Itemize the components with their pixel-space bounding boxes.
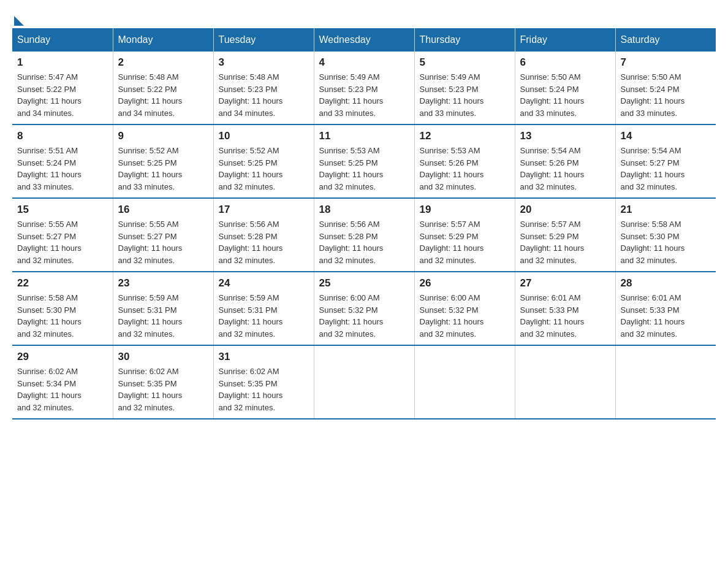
day-info: Sunrise: 5:47 AM Sunset: 5:22 PM Dayligh… — [17, 71, 108, 119]
calendar-cell: 23 Sunrise: 5:59 AM Sunset: 5:31 PM Dayl… — [113, 272, 213, 345]
calendar-cell: 30 Sunrise: 6:02 AM Sunset: 5:35 PM Dayl… — [113, 345, 213, 419]
calendar-cell: 31 Sunrise: 6:02 AM Sunset: 5:35 PM Dayl… — [213, 345, 314, 419]
calendar-cell: 12 Sunrise: 5:53 AM Sunset: 5:26 PM Dayl… — [414, 124, 515, 198]
day-number: 12 — [420, 130, 510, 142]
day-number: 31 — [219, 351, 309, 363]
day-number: 8 — [17, 130, 108, 142]
day-number: 19 — [420, 204, 510, 216]
calendar-cell: 4 Sunrise: 5:49 AM Sunset: 5:23 PM Dayli… — [314, 52, 414, 124]
day-info: Sunrise: 5:56 AM Sunset: 5:28 PM Dayligh… — [319, 218, 409, 266]
day-header-tuesday: Tuesday — [213, 28, 314, 52]
calendar-cell: 27 Sunrise: 6:01 AM Sunset: 5:33 PM Dayl… — [515, 272, 615, 345]
day-info: Sunrise: 5:50 AM Sunset: 5:24 PM Dayligh… — [621, 71, 711, 119]
day-number: 11 — [319, 130, 409, 142]
day-number: 10 — [219, 130, 309, 142]
day-number: 22 — [17, 277, 108, 289]
day-headers-row: SundayMondayTuesdayWednesdayThursdayFrid… — [12, 28, 716, 52]
day-info: Sunrise: 6:00 AM Sunset: 5:32 PM Dayligh… — [420, 292, 510, 340]
day-number: 30 — [118, 351, 208, 363]
calendar-cell: 17 Sunrise: 5:56 AM Sunset: 5:28 PM Dayl… — [213, 198, 314, 272]
day-number: 17 — [219, 204, 309, 216]
calendar-cell — [515, 345, 615, 419]
day-number: 23 — [118, 277, 208, 289]
calendar-cell: 1 Sunrise: 5:47 AM Sunset: 5:22 PM Dayli… — [12, 52, 113, 124]
day-info: Sunrise: 5:59 AM Sunset: 5:31 PM Dayligh… — [219, 292, 309, 340]
day-info: Sunrise: 5:57 AM Sunset: 5:29 PM Dayligh… — [520, 218, 610, 266]
day-number: 5 — [420, 56, 510, 69]
day-info: Sunrise: 5:56 AM Sunset: 5:28 PM Dayligh… — [219, 218, 309, 266]
calendar-cell: 14 Sunrise: 5:54 AM Sunset: 5:27 PM Dayl… — [615, 124, 716, 198]
day-info: Sunrise: 5:55 AM Sunset: 5:27 PM Dayligh… — [17, 218, 108, 266]
day-info: Sunrise: 5:52 AM Sunset: 5:25 PM Dayligh… — [118, 145, 208, 193]
calendar-cell: 20 Sunrise: 5:57 AM Sunset: 5:29 PM Dayl… — [515, 198, 615, 272]
day-number: 29 — [17, 351, 108, 363]
calendar-cell: 16 Sunrise: 5:55 AM Sunset: 5:27 PM Dayl… — [113, 198, 213, 272]
day-number: 7 — [621, 56, 711, 69]
day-info: Sunrise: 5:57 AM Sunset: 5:29 PM Dayligh… — [420, 218, 510, 266]
day-number: 4 — [319, 56, 409, 69]
day-number: 24 — [219, 277, 309, 289]
calendar-cell — [615, 345, 716, 419]
day-info: Sunrise: 5:49 AM Sunset: 5:23 PM Dayligh… — [420, 71, 510, 119]
calendar-cell: 24 Sunrise: 5:59 AM Sunset: 5:31 PM Dayl… — [213, 272, 314, 345]
day-info: Sunrise: 5:52 AM Sunset: 5:25 PM Dayligh… — [219, 145, 309, 193]
day-number: 21 — [621, 204, 711, 216]
day-info: Sunrise: 6:02 AM Sunset: 5:34 PM Dayligh… — [17, 366, 108, 413]
day-number: 15 — [17, 204, 108, 216]
day-number: 25 — [319, 277, 409, 289]
day-info: Sunrise: 5:59 AM Sunset: 5:31 PM Dayligh… — [118, 292, 208, 340]
day-info: Sunrise: 6:01 AM Sunset: 5:33 PM Dayligh… — [621, 292, 711, 340]
day-number: 1 — [17, 56, 108, 69]
day-number: 6 — [520, 56, 610, 69]
calendar-cell: 22 Sunrise: 5:58 AM Sunset: 5:30 PM Dayl… — [12, 272, 113, 345]
day-number: 26 — [420, 277, 510, 289]
calendar-body: 1 Sunrise: 5:47 AM Sunset: 5:22 PM Dayli… — [12, 52, 716, 419]
calendar-cell: 21 Sunrise: 5:58 AM Sunset: 5:30 PM Dayl… — [615, 198, 716, 272]
day-number: 28 — [621, 277, 711, 289]
calendar-cell: 28 Sunrise: 6:01 AM Sunset: 5:33 PM Dayl… — [615, 272, 716, 345]
calendar-cell: 26 Sunrise: 6:00 AM Sunset: 5:32 PM Dayl… — [414, 272, 515, 345]
day-info: Sunrise: 5:51 AM Sunset: 5:24 PM Dayligh… — [17, 145, 108, 193]
week-row-1: 1 Sunrise: 5:47 AM Sunset: 5:22 PM Dayli… — [12, 52, 716, 124]
day-number: 18 — [319, 204, 409, 216]
logo — [12, 12, 24, 22]
calendar-cell: 10 Sunrise: 5:52 AM Sunset: 5:25 PM Dayl… — [213, 124, 314, 198]
calendar-cell: 3 Sunrise: 5:48 AM Sunset: 5:23 PM Dayli… — [213, 52, 314, 124]
calendar-table: SundayMondayTuesdayWednesdayThursdayFrid… — [12, 28, 716, 419]
calendar-cell: 29 Sunrise: 6:02 AM Sunset: 5:34 PM Dayl… — [12, 345, 113, 419]
day-info: Sunrise: 5:58 AM Sunset: 5:30 PM Dayligh… — [621, 218, 711, 266]
day-header-monday: Monday — [113, 28, 213, 52]
day-number: 13 — [520, 130, 610, 142]
calendar-header: SundayMondayTuesdayWednesdayThursdayFrid… — [12, 28, 716, 52]
day-info: Sunrise: 6:02 AM Sunset: 5:35 PM Dayligh… — [118, 366, 208, 413]
day-info: Sunrise: 5:53 AM Sunset: 5:25 PM Dayligh… — [319, 145, 409, 193]
day-header-friday: Friday — [515, 28, 615, 52]
calendar-cell: 18 Sunrise: 5:56 AM Sunset: 5:28 PM Dayl… — [314, 198, 414, 272]
calendar-cell: 2 Sunrise: 5:48 AM Sunset: 5:22 PM Dayli… — [113, 52, 213, 124]
day-header-sunday: Sunday — [12, 28, 113, 52]
day-number: 3 — [219, 56, 309, 69]
day-number: 9 — [118, 130, 208, 142]
week-row-4: 22 Sunrise: 5:58 AM Sunset: 5:30 PM Dayl… — [12, 272, 716, 345]
day-info: Sunrise: 6:01 AM Sunset: 5:33 PM Dayligh… — [520, 292, 610, 340]
calendar-cell: 25 Sunrise: 6:00 AM Sunset: 5:32 PM Dayl… — [314, 272, 414, 345]
page-header — [12, 12, 716, 22]
day-number: 16 — [118, 204, 208, 216]
day-info: Sunrise: 5:55 AM Sunset: 5:27 PM Dayligh… — [118, 218, 208, 266]
day-info: Sunrise: 5:50 AM Sunset: 5:24 PM Dayligh… — [520, 71, 610, 119]
day-header-thursday: Thursday — [414, 28, 515, 52]
calendar-cell: 6 Sunrise: 5:50 AM Sunset: 5:24 PM Dayli… — [515, 52, 615, 124]
day-info: Sunrise: 5:53 AM Sunset: 5:26 PM Dayligh… — [420, 145, 510, 193]
calendar-cell: 7 Sunrise: 5:50 AM Sunset: 5:24 PM Dayli… — [615, 52, 716, 124]
calendar-cell — [314, 345, 414, 419]
calendar-cell: 11 Sunrise: 5:53 AM Sunset: 5:25 PM Dayl… — [314, 124, 414, 198]
day-info: Sunrise: 5:54 AM Sunset: 5:26 PM Dayligh… — [520, 145, 610, 193]
day-info: Sunrise: 5:49 AM Sunset: 5:23 PM Dayligh… — [319, 71, 409, 119]
day-info: Sunrise: 5:48 AM Sunset: 5:23 PM Dayligh… — [219, 71, 309, 119]
calendar-cell: 8 Sunrise: 5:51 AM Sunset: 5:24 PM Dayli… — [12, 124, 113, 198]
week-row-5: 29 Sunrise: 6:02 AM Sunset: 5:34 PM Dayl… — [12, 345, 716, 419]
calendar-cell: 5 Sunrise: 5:49 AM Sunset: 5:23 PM Dayli… — [414, 52, 515, 124]
week-row-3: 15 Sunrise: 5:55 AM Sunset: 5:27 PM Dayl… — [12, 198, 716, 272]
calendar-cell: 13 Sunrise: 5:54 AM Sunset: 5:26 PM Dayl… — [515, 124, 615, 198]
day-number: 2 — [118, 56, 208, 69]
